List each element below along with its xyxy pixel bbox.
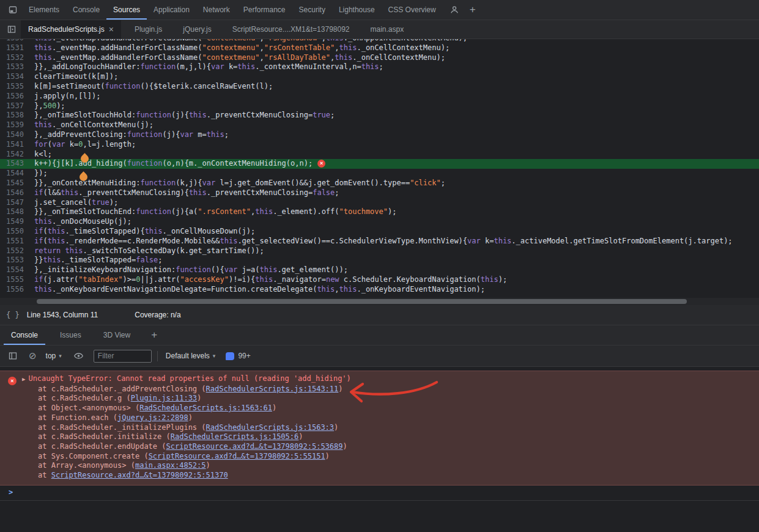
line-number[interactable]: 1536	[0, 92, 34, 102]
line-number[interactable]: 1547	[0, 198, 34, 208]
line-number[interactable]: 1537	[0, 102, 34, 111]
line-number[interactable]: 1541	[0, 140, 34, 150]
file-tab-jquery-js[interactable]: jQuery.js	[176, 20, 218, 39]
source-link[interactable]: ScriptResource.axd?d…&t=13798092:5:51370	[51, 471, 228, 479]
line-number[interactable]: 1556	[0, 285, 34, 295]
code-line-1537: 1537},500);	[0, 102, 759, 111]
source-link[interactable]: RadSchedulerScripts.js:1563:3	[206, 423, 335, 432]
line-number[interactable]: 1552	[0, 246, 34, 256]
chevron-down-icon: ▾	[59, 353, 62, 359]
code-text: }},_onTimeSlotTouchEnd:function(j){a(".r…	[34, 207, 396, 216]
code-text: if(j.attr("tabIndex")>=0||j.attr("access…	[34, 275, 507, 284]
tab-console[interactable]: Console	[66, 0, 106, 20]
file-tab-radschedulerscripts-js[interactable]: RadSchedulerScripts.js×	[21, 20, 121, 39]
line-number[interactable]: 1544	[0, 169, 34, 179]
console-error-message: × ▶Uncaught TypeError: Cannot read prope…	[0, 371, 759, 486]
line-number[interactable]: 1534	[0, 72, 34, 82]
issues-count-label: 99+	[238, 352, 250, 360]
code-line-1541: 1541for(var k=0,l=j.length;	[0, 140, 759, 150]
issues-count-badge[interactable]: 99+	[226, 352, 250, 360]
tab-application[interactable]: Application	[147, 0, 196, 20]
source-link[interactable]: RadSchedulerScripts.js:1563:61	[139, 404, 272, 412]
add-drawer-tab-button[interactable]: +	[145, 329, 163, 341]
line-number[interactable]: 1542	[0, 150, 34, 160]
line-number[interactable]: 1531	[0, 43, 34, 53]
line-number[interactable]: 1540	[0, 130, 34, 140]
file-tab-scriptresource-xm1-t-13798092[interactable]: ScriptResource....XM1&t=13798092	[225, 20, 357, 39]
tab-sources[interactable]: Sources	[106, 0, 147, 20]
drawer-tab-console[interactable]: Console	[4, 325, 45, 345]
error-marker-icon[interactable]: ×	[317, 160, 325, 168]
close-tab-icon[interactable]: ×	[109, 25, 114, 34]
code-editor[interactable]: 1530this._eventMap.addHandlerForClassNam…	[0, 39, 759, 305]
editor-status-bar: { } Line 1543, Column 11 Coverage: n/a	[0, 305, 759, 325]
source-link[interactable]: RadSchedulerScripts.js:1543:11	[206, 385, 339, 393]
log-levels-dropdown[interactable]: Default levels ▾	[163, 352, 218, 360]
code-text: if(this._renderMode==c.RenderMode.Mobile…	[34, 237, 733, 245]
source-file-tabbar: RadSchedulerScripts.js×Plugin.jsjQuery.j…	[0, 20, 759, 39]
line-number[interactable]: 1549	[0, 217, 34, 227]
line-number[interactable]: 1533	[0, 62, 34, 72]
tab-css-overview[interactable]: CSS Overview	[382, 0, 443, 20]
source-link[interactable]: main.aspx:4852:5	[135, 461, 206, 470]
console-sidebar-icon[interactable]	[4, 351, 22, 361]
tab-security[interactable]: Security	[292, 0, 332, 20]
live-expression-eye-icon[interactable]	[70, 351, 88, 361]
line-number[interactable]: 1555	[0, 275, 34, 285]
code-text: }},_onContextMenuHiding:function(k,j){va…	[34, 179, 445, 187]
feedback-person-icon[interactable]	[445, 5, 464, 15]
clear-console-icon[interactable]: ⊘	[28, 350, 38, 361]
code-line-1553: 1553}}this._timeSlotTapped=false;	[0, 256, 759, 265]
error-message-row: ▶Uncaught TypeError: Cannot read propert…	[0, 374, 759, 385]
scrollbar-thumb[interactable]	[37, 299, 687, 304]
tab-performance[interactable]: Performance	[237, 0, 292, 20]
drawer-tab-3d-view[interactable]: 3D View	[96, 325, 138, 345]
code-text: j.apply(n,[l]);	[34, 92, 100, 100]
stack-frame: at c.RadScheduler.initialize (RadSchedul…	[0, 432, 759, 442]
code-text: this._onDocMouseUp(j);	[34, 217, 131, 226]
drawer-tab-issues[interactable]: Issues	[53, 325, 89, 345]
code-line-1550: 1550if(this._timeSlotTapped){this._onCel…	[0, 227, 759, 237]
context-selector[interactable]: top ▾	[43, 352, 64, 360]
line-number[interactable]: 1538	[0, 111, 34, 120]
code-line-1543: 1543k++){j[k].add_hiding(function(o,n){m…	[0, 159, 759, 169]
tab-network[interactable]: Network	[196, 0, 237, 20]
line-number[interactable]: 1554	[0, 265, 34, 275]
console-prompt[interactable]: >	[0, 486, 759, 501]
code-line-1532: 1532this._eventMap.addHandlerForClassNam…	[0, 53, 759, 63]
tab-elements[interactable]: Elements	[22, 0, 66, 20]
line-number[interactable]: 1532	[0, 53, 34, 63]
file-tab-main-aspx[interactable]: main.aspx	[363, 20, 412, 39]
expand-triangle-icon[interactable]: ▶	[22, 375, 25, 385]
line-number[interactable]: 1530	[0, 39, 34, 43]
file-tab-plugin-js[interactable]: Plugin.js	[127, 20, 169, 39]
line-number[interactable]: 1550	[0, 227, 34, 237]
line-number[interactable]: 1553	[0, 256, 34, 265]
line-number[interactable]: 1551	[0, 237, 34, 246]
line-number[interactable]: 1545	[0, 179, 34, 188]
navigator-toggle-icon[interactable]	[2, 24, 21, 34]
source-link[interactable]: RadSchedulerScripts.js:1505:6	[171, 432, 299, 441]
line-number[interactable]: 1548	[0, 207, 34, 217]
code-line-1530: 1530this._eventMap.addHandlerForClassNam…	[0, 39, 759, 43]
code-line-1533: 1533}},_addLongTouchHandler:function(m,j…	[0, 62, 759, 72]
source-link[interactable]: ScriptResource.axd?d…&t=13798092:5:53689	[166, 442, 343, 451]
line-number[interactable]: 1543	[0, 159, 34, 169]
dock-side-icon[interactable]	[4, 5, 22, 15]
code-line-1531: 1531this._eventMap.addHandlerForClassNam…	[0, 43, 759, 53]
code-line-1554: 1554},_initializeKeyboardNavigation:func…	[0, 265, 759, 275]
horizontal-scrollbar[interactable]	[0, 298, 759, 305]
code-text: },_addPreventClosing:function(j){var m=t…	[34, 130, 229, 139]
filter-input[interactable]	[94, 350, 152, 363]
line-number[interactable]: 1539	[0, 120, 34, 130]
code-line-1555: 1555if(j.attr("tabIndex")>=0||j.attr("ac…	[0, 275, 759, 285]
source-link[interactable]: jQuery.js:2:2898	[117, 413, 188, 422]
line-number[interactable]: 1535	[0, 82, 34, 92]
source-link[interactable]: Plugin.js:11:33	[131, 394, 197, 402]
source-link[interactable]: ScriptResource.axd?d…&t=13798092:5:55151	[149, 452, 325, 460]
line-number[interactable]: 1546	[0, 188, 34, 198]
prompt-chevron-icon: >	[9, 488, 13, 497]
pretty-print-button[interactable]: { }	[6, 311, 20, 319]
add-panel-button[interactable]: +	[464, 4, 482, 16]
tab-lighthouse[interactable]: Lighthouse	[332, 0, 382, 20]
